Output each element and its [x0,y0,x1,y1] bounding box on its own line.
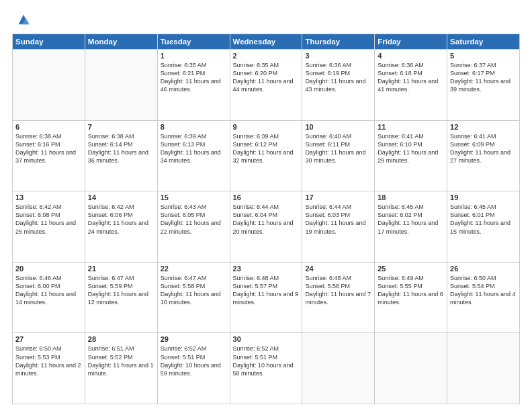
day-info: Sunrise: 6:39 AM Sunset: 6:12 PM Dayligh… [233,132,300,165]
day-info: Sunrise: 6:49 AM Sunset: 5:55 PM Dayligh… [378,274,444,307]
day-info: Sunrise: 6:43 AM Sunset: 6:05 PM Dayligh… [161,203,227,236]
calendar-cell: 12Sunrise: 6:41 AM Sunset: 6:09 PM Dayli… [447,120,520,191]
day-info: Sunrise: 6:48 AM Sunset: 5:57 PM Dayligh… [233,274,300,307]
calendar-cell: 9Sunrise: 6:39 AM Sunset: 6:12 PM Daylig… [230,120,302,191]
calendar-cell: 5Sunrise: 6:37 AM Sunset: 6:17 PM Daylig… [447,50,520,121]
calendar-header-row: SundayMondayTuesdayWednesdayThursdayFrid… [13,34,520,50]
day-info: Sunrise: 6:35 AM Sunset: 6:20 PM Dayligh… [233,61,300,94]
day-number: 30 [233,335,300,343]
calendar-week-3: 20Sunrise: 6:46 AM Sunset: 6:00 PM Dayli… [13,262,520,333]
day-info: Sunrise: 6:45 AM Sunset: 6:01 PM Dayligh… [450,203,517,236]
day-number: 9 [233,123,300,131]
calendar-cell: 27Sunrise: 6:50 AM Sunset: 5:53 PM Dayli… [13,333,85,404]
calendar-week-4: 27Sunrise: 6:50 AM Sunset: 5:53 PM Dayli… [13,333,520,404]
calendar-cell: 4Sunrise: 6:36 AM Sunset: 6:18 PM Daylig… [375,50,447,121]
day-info: Sunrise: 6:38 AM Sunset: 6:16 PM Dayligh… [15,132,82,165]
day-info: Sunrise: 6:50 AM Sunset: 5:53 PM Dayligh… [15,345,82,377]
day-info: Sunrise: 6:46 AM Sunset: 6:00 PM Dayligh… [15,274,82,307]
calendar-cell: 15Sunrise: 6:43 AM Sunset: 6:05 PM Dayli… [157,191,230,263]
day-number: 19 [450,193,517,201]
day-info: Sunrise: 6:39 AM Sunset: 6:13 PM Dayligh… [161,132,227,165]
day-info: Sunrise: 6:38 AM Sunset: 6:14 PM Dayligh… [88,132,154,165]
day-number: 27 [15,335,82,343]
calendar-cell: 19Sunrise: 6:45 AM Sunset: 6:01 PM Dayli… [447,191,520,263]
day-info: Sunrise: 6:35 AM Sunset: 6:21 PM Dayligh… [161,61,227,94]
calendar-cell: 11Sunrise: 6:41 AM Sunset: 6:10 PM Dayli… [375,120,447,191]
day-number: 14 [88,193,154,201]
calendar-dow-sunday: Sunday [13,34,85,50]
calendar-dow-monday: Monday [85,34,157,50]
calendar-cell: 29Sunrise: 6:52 AM Sunset: 5:51 PM Dayli… [157,333,230,404]
calendar-cell [447,333,520,404]
day-info: Sunrise: 6:51 AM Sunset: 5:52 PM Dayligh… [88,345,154,377]
calendar-cell [302,333,375,404]
calendar-cell: 22Sunrise: 6:47 AM Sunset: 5:58 PM Dayli… [157,262,230,333]
day-number: 28 [88,335,154,343]
calendar-cell [85,50,157,121]
day-number: 25 [378,265,444,273]
day-number: 7 [88,123,154,131]
logo-icon [16,12,31,27]
calendar-cell: 17Sunrise: 6:44 AM Sunset: 6:03 PM Dayli… [302,191,375,263]
calendar-cell: 3Sunrise: 6:36 AM Sunset: 6:19 PM Daylig… [302,50,375,121]
day-info: Sunrise: 6:42 AM Sunset: 6:08 PM Dayligh… [15,203,82,236]
calendar-cell: 10Sunrise: 6:40 AM Sunset: 6:11 PM Dayli… [302,120,375,191]
day-number: 10 [305,123,371,131]
calendar-cell [375,333,447,404]
logo [12,12,31,27]
calendar-dow-wednesday: Wednesday [230,34,302,50]
day-number: 5 [450,52,517,60]
day-info: Sunrise: 6:50 AM Sunset: 5:54 PM Dayligh… [450,274,517,307]
calendar-table: SundayMondayTuesdayWednesdayThursdayFrid… [12,34,520,404]
day-number: 24 [305,265,371,273]
day-number: 17 [305,193,371,201]
day-number: 4 [378,52,444,60]
calendar-cell: 30Sunrise: 6:52 AM Sunset: 5:51 PM Dayli… [230,333,302,404]
calendar-cell: 18Sunrise: 6:45 AM Sunset: 6:02 PM Dayli… [375,191,447,263]
day-number: 16 [233,193,300,201]
calendar-cell: 21Sunrise: 6:47 AM Sunset: 5:59 PM Dayli… [85,262,157,333]
day-number: 18 [378,193,444,201]
day-info: Sunrise: 6:36 AM Sunset: 6:18 PM Dayligh… [378,61,444,94]
calendar-cell: 25Sunrise: 6:49 AM Sunset: 5:55 PM Dayli… [375,262,447,333]
day-info: Sunrise: 6:52 AM Sunset: 5:51 PM Dayligh… [233,345,300,377]
calendar-dow-friday: Friday [375,34,447,50]
day-info: Sunrise: 6:42 AM Sunset: 6:06 PM Dayligh… [88,203,154,236]
calendar-dow-saturday: Saturday [447,34,520,50]
day-number: 6 [15,123,82,131]
calendar-cell: 24Sunrise: 6:48 AM Sunset: 5:56 PM Dayli… [302,262,375,333]
day-number: 1 [161,52,227,60]
day-info: Sunrise: 6:40 AM Sunset: 6:11 PM Dayligh… [305,132,371,165]
calendar-cell: 16Sunrise: 6:44 AM Sunset: 6:04 PM Dayli… [230,191,302,263]
day-info: Sunrise: 6:47 AM Sunset: 5:58 PM Dayligh… [161,274,227,307]
calendar-cell: 14Sunrise: 6:42 AM Sunset: 6:06 PM Dayli… [85,191,157,263]
calendar-cell: 28Sunrise: 6:51 AM Sunset: 5:52 PM Dayli… [85,333,157,404]
day-number: 8 [161,123,227,131]
day-info: Sunrise: 6:37 AM Sunset: 6:17 PM Dayligh… [450,61,517,94]
calendar-cell [13,50,85,121]
calendar-week-1: 6Sunrise: 6:38 AM Sunset: 6:16 PM Daylig… [13,120,520,191]
calendar-dow-tuesday: Tuesday [157,34,230,50]
day-number: 22 [161,265,227,273]
day-info: Sunrise: 6:44 AM Sunset: 6:03 PM Dayligh… [305,203,371,236]
calendar-week-0: 1Sunrise: 6:35 AM Sunset: 6:21 PM Daylig… [13,50,520,121]
day-info: Sunrise: 6:41 AM Sunset: 6:09 PM Dayligh… [450,132,517,165]
day-info: Sunrise: 6:41 AM Sunset: 6:10 PM Dayligh… [378,132,444,165]
day-info: Sunrise: 6:47 AM Sunset: 5:59 PM Dayligh… [88,274,154,307]
day-info: Sunrise: 6:36 AM Sunset: 6:19 PM Dayligh… [305,61,371,94]
day-number: 13 [15,193,82,201]
day-number: 2 [233,52,300,60]
day-number: 21 [88,265,154,273]
day-number: 3 [305,52,371,60]
day-number: 11 [378,123,444,131]
calendar-cell: 23Sunrise: 6:48 AM Sunset: 5:57 PM Dayli… [230,262,302,333]
calendar-cell: 7Sunrise: 6:38 AM Sunset: 6:14 PM Daylig… [85,120,157,191]
day-info: Sunrise: 6:45 AM Sunset: 6:02 PM Dayligh… [378,203,444,236]
calendar-cell: 13Sunrise: 6:42 AM Sunset: 6:08 PM Dayli… [13,191,85,263]
day-info: Sunrise: 6:48 AM Sunset: 5:56 PM Dayligh… [305,274,371,307]
calendar-dow-thursday: Thursday [302,34,375,50]
calendar-cell: 8Sunrise: 6:39 AM Sunset: 6:13 PM Daylig… [157,120,230,191]
day-number: 20 [15,265,82,273]
day-number: 29 [161,335,227,343]
day-number: 26 [450,265,517,273]
